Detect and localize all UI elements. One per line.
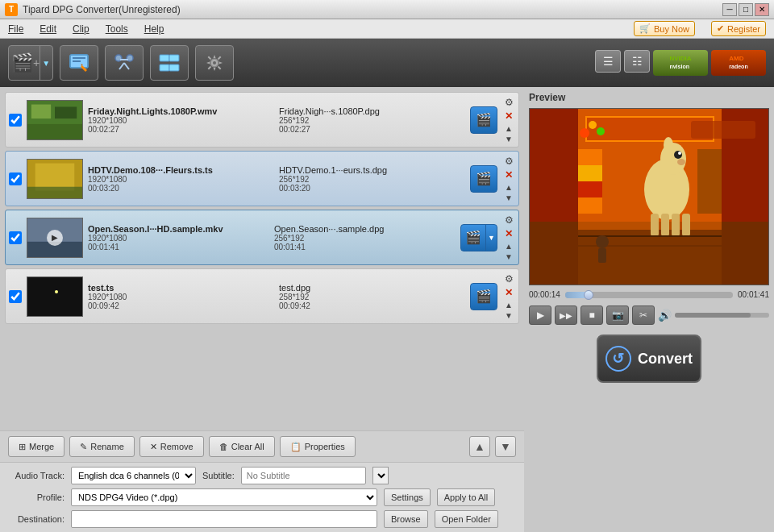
rename-icon: ✎ <box>80 442 87 452</box>
menu-help[interactable]: Help <box>144 23 164 35</box>
properties-icon: 📋 <box>290 442 302 452</box>
settings-btn[interactable]: Settings <box>384 488 431 506</box>
play-button[interactable]: ▶ <box>529 305 551 325</box>
time-current: 00:00:14 <box>529 290 560 299</box>
menubar: File Edit Clip Tools Help 🛒 Buy Now ✔ Re… <box>0 19 774 39</box>
svg-rect-11 <box>169 55 179 61</box>
svg-rect-48 <box>682 214 690 236</box>
stop-button[interactable]: ■ <box>580 305 603 325</box>
subtitle-dropdown[interactable]: ▼ <box>372 467 389 484</box>
svg-point-56 <box>597 127 605 135</box>
remove-icon-3[interactable]: ✕ <box>502 227 515 240</box>
cart-icon: 🛒 <box>639 23 651 34</box>
add-dropdown-arrow[interactable]: ▼ <box>40 46 50 80</box>
volume-track[interactable] <box>675 313 769 318</box>
film-button-2[interactable]: 🎬 <box>470 165 497 193</box>
step-forward-button[interactable]: ▶▶ <box>555 305 577 325</box>
svg-rect-57 <box>691 121 755 139</box>
properties-button[interactable]: 📋 Properties <box>280 436 356 457</box>
down-icon-4[interactable]: ▼ <box>502 310 515 320</box>
clear-all-button[interactable]: 🗑 Clear All <box>209 436 275 457</box>
menu-file[interactable]: File <box>8 23 23 35</box>
remove-icon-4[interactable]: ✕ <box>502 286 515 299</box>
convert-button[interactable]: ↺ Convert <box>597 335 701 383</box>
file-info-1: Friday.Night.Lights.1080P.wmv 1920*1080 … <box>88 106 274 134</box>
browse-btn[interactable]: Browse <box>384 510 428 528</box>
rename-button[interactable]: ✎ Rename <box>69 436 135 457</box>
move-up-button[interactable]: ▲ <box>469 436 490 457</box>
profile-row: Profile: NDS DPG4 Video (*.dpg) Settings… <box>8 488 516 506</box>
file-info-2: HDTV.Demo.108···.Fleurs.ts.ts 1920*1080 … <box>88 165 274 193</box>
screenshot-button[interactable]: 📷 <box>606 305 629 325</box>
svg-rect-36 <box>578 165 602 181</box>
gear-icon-1[interactable]: ⚙ <box>502 96 515 109</box>
menu-tools[interactable]: Tools <box>106 23 128 35</box>
svg-rect-22 <box>35 163 75 190</box>
up-icon-2[interactable]: ▲ <box>502 182 515 192</box>
svg-rect-17 <box>31 104 51 118</box>
gear-icon-3[interactable]: ⚙ <box>502 214 515 227</box>
apply-to-all-btn[interactable]: Apply to All <box>437 488 495 506</box>
file-checkbox-2[interactable] <box>9 172 22 185</box>
menu-clip[interactable]: Clip <box>73 23 89 35</box>
svg-line-4 <box>81 64 82 65</box>
destination-input[interactable]: D:\My Documents\Tipard Studio\Video <box>71 510 377 528</box>
titlebar: T Tipard DPG Converter(Unregistered) ─ □… <box>0 0 774 19</box>
up-icon-4[interactable]: ▲ <box>502 300 515 310</box>
subtitle-input[interactable] <box>241 467 366 484</box>
add-file-button[interactable]: 🎬+ ▼ <box>8 45 53 81</box>
svg-rect-47 <box>672 214 680 236</box>
svg-point-41 <box>674 151 682 159</box>
gear-icon-4[interactable]: ⚙ <box>502 272 515 285</box>
output-button[interactable] <box>150 45 189 81</box>
preview-video <box>529 108 769 285</box>
up-icon-3[interactable]: ▲ <box>502 241 515 251</box>
minimize-button[interactable]: ─ <box>722 3 737 16</box>
svg-point-15 <box>213 61 216 64</box>
audio-subtitle-row: Audio Track: English dca 6 channels (0 S… <box>8 467 516 484</box>
file-list: Friday.Night.Lights.1080P.wmv 1920*1080 … <box>0 87 524 430</box>
edit-button[interactable] <box>60 45 98 81</box>
svg-rect-53 <box>598 248 606 263</box>
progress-track[interactable] <box>565 292 733 298</box>
file-actions-2: 🎬 <box>470 165 497 193</box>
register-button[interactable]: ✔ Register <box>711 21 766 36</box>
clip-button[interactable] <box>105 45 144 81</box>
gear-icon-2[interactable]: ⚙ <box>502 155 515 168</box>
down-icon-2[interactable]: ▼ <box>502 193 515 202</box>
file-checkbox-3[interactable] <box>9 231 22 244</box>
profile-label: Profile: <box>8 493 64 502</box>
convert-area: ↺ Convert <box>529 330 769 388</box>
maximize-button[interactable]: □ <box>739 3 753 16</box>
down-icon-1[interactable]: ▼ <box>502 134 515 143</box>
buy-now-button[interactable]: 🛒 Buy Now <box>634 21 695 36</box>
file-row: Friday.Night.Lights.1080P.wmv 1920*1080 … <box>5 92 519 148</box>
svg-rect-37 <box>578 181 602 197</box>
open-folder-btn[interactable]: Open Folder <box>435 510 498 528</box>
player-controls: ▶ ▶▶ ■ 📷 ✂ 🔊 <box>529 304 769 326</box>
audio-track-select[interactable]: English dca 6 channels (0 <box>71 467 196 484</box>
svg-point-55 <box>589 121 597 129</box>
remove-icon-2[interactable]: ✕ <box>502 168 515 181</box>
remove-icon-1[interactable]: ✕ <box>502 110 515 123</box>
film-button-3[interactable]: 🎬 ▼ <box>460 224 497 251</box>
file-checkbox-4[interactable] <box>9 290 22 303</box>
clip-button-player[interactable]: ✂ <box>632 305 655 325</box>
settings-button[interactable] <box>195 45 234 81</box>
film-button-1[interactable]: 🎬 <box>470 106 497 134</box>
list-view-button[interactable]: ☷ <box>624 50 650 73</box>
file-row: ▶ Open.Season.I···HD.sample.mkv 1920*108… <box>5 210 519 265</box>
file-checkbox-1[interactable] <box>9 114 22 127</box>
move-down-button[interactable]: ▼ <box>495 436 516 457</box>
film-button-4[interactable]: 🎬 <box>470 283 497 310</box>
profile-select[interactable]: NDS DPG4 Video (*.dpg) <box>71 488 377 506</box>
file-thumbnail-1 <box>27 100 83 140</box>
down-icon-3[interactable]: ▼ <box>502 251 515 261</box>
menu-edit[interactable]: Edit <box>40 23 56 35</box>
grid-view-button[interactable]: ☰ <box>595 50 621 73</box>
convert-icon: ↺ <box>605 346 631 372</box>
close-button[interactable]: ✕ <box>755 3 769 16</box>
up-icon-1[interactable]: ▲ <box>502 123 515 133</box>
merge-button[interactable]: ⊞ Merge <box>8 436 64 457</box>
remove-button[interactable]: ✕ Remove <box>139 436 204 457</box>
